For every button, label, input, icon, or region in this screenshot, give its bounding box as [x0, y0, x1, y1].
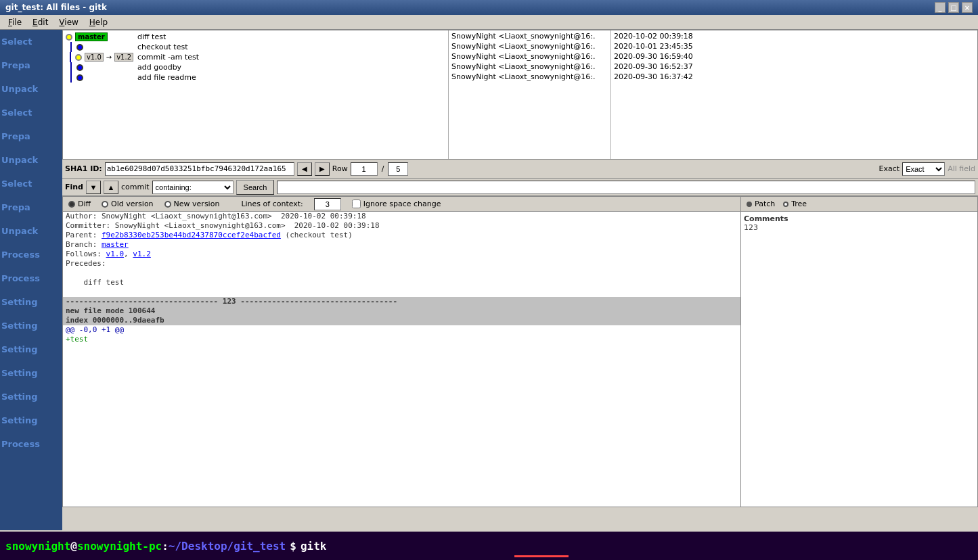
diff-blank-line: [63, 269, 740, 278]
diff-divider: ---------------------------------- 123 -…: [63, 297, 740, 306]
author-row-4: SnowyNight <Liaoxt_snowynight@16:.: [451, 62, 608, 72]
row-label: Row: [332, 164, 348, 173]
main-content: master diff test checkout test: [62, 30, 978, 532]
exact-select[interactable]: Exact Regexp IgnCase: [902, 162, 945, 176]
left-bg-text: Select Prepa Unpack Select Prepa Unpack …: [0, 30, 62, 530]
row-slash: /: [380, 164, 386, 173]
titlebar-buttons: _ □ ×: [935, 2, 973, 13]
find-down-button[interactable]: ▼: [86, 181, 101, 194]
commit-label: commit: [121, 183, 150, 191]
comments-label: Comments: [744, 214, 975, 223]
commit-msg-2: checkout test: [137, 43, 187, 51]
terminal: snowynight @ snowynight-pc : ~/Desktop/g…: [0, 532, 978, 560]
allfield-label: All field: [948, 164, 975, 173]
diff-add-line: +test: [63, 335, 740, 344]
diff-parent-line: Parent: f9e2b8330eb253be44bd2437870ccef2…: [63, 231, 740, 240]
comments-value: 123: [744, 223, 975, 232]
diff-commit-msg: diff test: [63, 278, 740, 287]
sha1-input[interactable]: [105, 162, 294, 176]
author-row-1: SnowyNight <Liaoxt_snowynight@16:.: [451, 32, 608, 42]
parent-hash-link[interactable]: f9e2b8330eb253be44bd2437870ccef2e4bacfed: [102, 231, 281, 239]
context-input[interactable]: [314, 198, 341, 210]
follows-v10-link[interactable]: v1.0: [106, 250, 125, 258]
commit-msg-4: add goodby: [137, 63, 181, 72]
branch-link[interactable]: master: [102, 240, 129, 249]
patch-tab[interactable]: Patch: [747, 200, 775, 208]
date-row-5: 2020-09-30 16:37:42: [614, 72, 744, 83]
patch-radio: [747, 202, 752, 207]
tree-tab[interactable]: Tree: [783, 200, 807, 208]
commit-dot-2: [76, 44, 83, 51]
diff-tabs: Diff Old version New version Lines of co…: [63, 197, 740, 212]
titlebar-title: git_test: All files - gitk: [5, 3, 107, 12]
diff-tab-label: Diff: [78, 200, 91, 208]
menubar: File Edit View Help: [0, 15, 978, 30]
commit-author-column: SnowyNight <Liaoxt_snowynight@16:. Snowy…: [449, 30, 611, 159]
commit-list: master diff test checkout test: [62, 30, 978, 160]
commit-dot-4: [76, 64, 83, 71]
row-current-input[interactable]: [351, 162, 378, 176]
maximize-button[interactable]: □: [948, 2, 959, 13]
commit-row-2[interactable]: checkout test: [66, 42, 445, 52]
search-input[interactable]: [277, 181, 975, 194]
follows-v12-link[interactable]: v1.2: [133, 250, 151, 258]
commit-dot-5: [76, 74, 83, 81]
menu-view[interactable]: View: [53, 16, 83, 28]
patch-tab-label: Patch: [755, 200, 775, 208]
diff-tab-new[interactable]: New version: [164, 200, 220, 208]
terminal-dollar: $: [290, 540, 296, 553]
terminal-host: snowynight-pc: [77, 540, 162, 553]
new-tab-label: New version: [174, 200, 220, 208]
parent-rest: (checkout test): [281, 231, 353, 239]
date-row-4: 2020-09-30 16:52:37: [614, 62, 744, 72]
tag-v12: v1.2: [114, 53, 133, 62]
date-row-2: 2020-10-01 23:45:35: [614, 42, 744, 52]
commit-row-3[interactable]: v1.0 → v1.2 commit -am test: [66, 52, 445, 62]
terminal-colon: :: [162, 540, 169, 553]
comments-area: Comments 123: [741, 212, 977, 235]
commit-msg-3: commit -am test: [137, 53, 199, 62]
author-row-3: SnowyNight <Liaoxt_snowynight@16:.: [451, 52, 608, 62]
diff-content[interactable]: Author: SnowyNight <Liaoxt_snowynight@16…: [63, 212, 740, 507]
right-panel: Patch Tree Comments 123: [741, 196, 978, 507]
diff-panel: Diff Old version New version Lines of co…: [62, 196, 741, 507]
commit-dot-1: [66, 34, 72, 41]
diff-blank-line2: [63, 287, 740, 297]
diff-index-line: index 0000000..9daeafb: [63, 316, 740, 325]
diff-tab-diff[interactable]: Diff: [68, 200, 91, 208]
find-up-button[interactable]: ▲: [104, 181, 118, 194]
old-tab-label: Old version: [111, 200, 153, 208]
minimize-button[interactable]: _: [935, 2, 946, 13]
titlebar: git_test: All files - gitk _ □ ×: [0, 0, 978, 15]
bottom-area: Diff Old version New version Lines of co…: [62, 196, 978, 507]
menu-help[interactable]: Help: [84, 16, 113, 28]
author-row-5: SnowyNight <Liaoxt_snowynight@16:.: [451, 72, 608, 83]
menu-file[interactable]: File: [3, 16, 27, 28]
ignore-space-label: Ignore space change: [363, 200, 441, 208]
patch-tree-tabs: Patch Tree: [741, 197, 977, 212]
sha1-next-button[interactable]: ▶: [315, 162, 330, 176]
terminal-command: gitk: [301, 540, 327, 553]
commit-msg-1: diff test: [137, 32, 166, 41]
diff-precedes-line: Precedes:: [63, 259, 740, 269]
close-button[interactable]: ×: [962, 2, 973, 13]
old-radio: [102, 201, 108, 208]
tree-radio: [783, 202, 788, 207]
tag-master: master: [75, 32, 108, 41]
commit-row-4[interactable]: add goodby: [66, 62, 445, 72]
ignore-space-check[interactable]: [352, 200, 361, 208]
sha1-prev-button[interactable]: ◀: [297, 162, 312, 176]
terminal-at: @: [70, 540, 77, 553]
context-label: Lines of context:: [241, 200, 303, 208]
containing-select[interactable]: containing: touching paths: adding/remov…: [152, 181, 234, 194]
ignore-space-checkbox[interactable]: Ignore space change: [352, 200, 441, 208]
commit-row-1[interactable]: master diff test: [66, 32, 445, 42]
search-button[interactable]: Search: [236, 180, 275, 195]
find-row: Find ▼ ▲ commit containing: touching pat…: [62, 179, 978, 196]
commit-row-5[interactable]: add file readme: [66, 72, 445, 83]
commit-dot-3: [75, 54, 82, 61]
diff-tab-old[interactable]: Old version: [102, 200, 153, 208]
diff-hunk-line: @@ -0,0 +1 @@: [63, 325, 740, 335]
menu-edit[interactable]: Edit: [27, 16, 53, 28]
row-total-input: [388, 162, 408, 176]
